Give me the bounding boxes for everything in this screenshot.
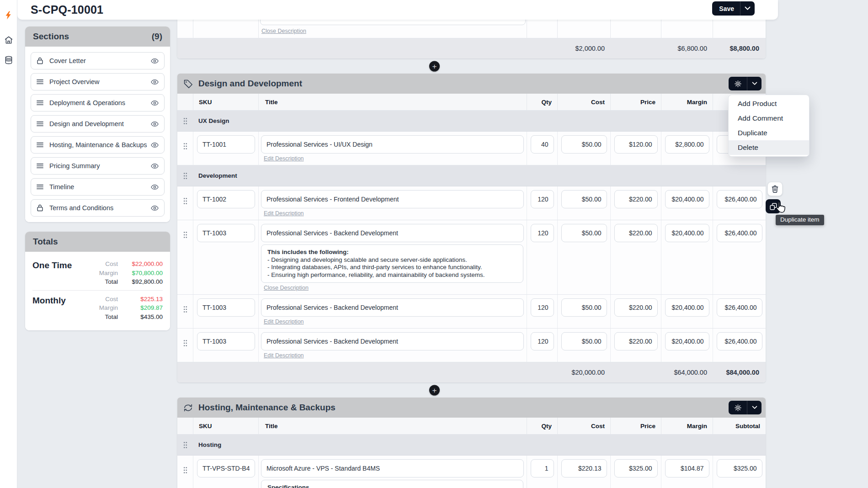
sku-input[interactable]	[197, 190, 255, 208]
eye-icon[interactable]	[151, 205, 159, 211]
save-button[interactable]: Save	[712, 1, 755, 16]
menu-item-add-comment[interactable]: Add Comment	[729, 111, 809, 126]
drag-handle-icon[interactable]	[183, 441, 187, 449]
section-menu-button[interactable]	[729, 77, 761, 90]
totals-row: Cost$225.13	[99, 295, 163, 304]
add-section-row: +	[177, 58, 766, 74]
save-label[interactable]: Save	[712, 5, 740, 12]
sidebar-item-pricing-summary[interactable]: Pricing Summary	[31, 157, 165, 175]
eye-icon[interactable]	[151, 163, 159, 169]
totals-row: Margin$70,800.00	[99, 269, 163, 278]
chevron-down-icon[interactable]	[747, 82, 761, 85]
price-input[interactable]	[614, 459, 658, 477]
cost-input[interactable]	[561, 332, 607, 350]
drag-handle-icon[interactable]	[183, 143, 187, 165]
drag-handle-icon[interactable]	[183, 197, 187, 220]
margin-input[interactable]	[665, 190, 709, 208]
qty-input[interactable]	[531, 190, 554, 208]
subtotal-input[interactable]	[717, 190, 762, 208]
title-input[interactable]	[261, 332, 524, 350]
bolt-icon[interactable]	[4, 10, 14, 20]
price-input[interactable]	[614, 332, 658, 350]
eye-icon[interactable]	[151, 58, 159, 64]
menu-item-duplicate[interactable]: Duplicate	[729, 126, 809, 140]
sidebar-item-terms-and-conditions[interactable]: Terms and Conditions	[31, 199, 165, 217]
qty-input[interactable]	[531, 332, 554, 350]
sidebar-item-project-overview[interactable]: Project Overview	[31, 73, 165, 90]
subtotal-input[interactable]	[717, 459, 762, 477]
sku-input[interactable]	[197, 135, 255, 154]
menu-item-add-product[interactable]: Add Product	[729, 96, 809, 111]
sidebar-item-design-and-development[interactable]: Design and Development	[31, 115, 165, 133]
sku-input[interactable]	[197, 224, 255, 242]
subtotal-input[interactable]	[717, 298, 762, 317]
gear-icon[interactable]	[729, 80, 747, 87]
cost-input[interactable]	[561, 135, 607, 154]
eye-icon[interactable]	[151, 121, 159, 127]
qty-input[interactable]	[531, 224, 554, 242]
close-description-link[interactable]: Close Description	[261, 28, 306, 35]
title-input[interactable]	[261, 190, 524, 208]
cost-input[interactable]	[561, 190, 607, 208]
margin-input[interactable]	[665, 459, 709, 477]
eye-icon[interactable]	[151, 100, 159, 106]
sku-input[interactable]	[197, 332, 255, 350]
title-input[interactable]	[261, 459, 524, 477]
subtotal-input[interactable]	[717, 332, 762, 350]
gear-icon[interactable]	[729, 404, 747, 411]
margin-input[interactable]	[665, 298, 709, 317]
sidebar-item-deployment-operations[interactable]: Deployment & Operations	[31, 94, 165, 111]
section-total-margin: $6,800.00	[661, 45, 713, 52]
drag-handle-icon[interactable]	[183, 172, 187, 180]
qty-input[interactable]	[531, 298, 554, 317]
subsection-label: Hosting	[193, 441, 221, 448]
title-cell: This includes the following:- Designing …	[258, 220, 527, 294]
price-input[interactable]	[614, 135, 658, 154]
margin-input[interactable]	[665, 332, 709, 350]
drag-handle-icon[interactable]	[183, 231, 187, 294]
chevron-down-icon[interactable]	[740, 6, 755, 11]
eye-icon[interactable]	[151, 184, 159, 190]
drag-handle-icon[interactable]	[183, 339, 187, 362]
sku-input[interactable]	[197, 459, 255, 477]
duplicate-row-button[interactable]	[766, 199, 781, 213]
title-input[interactable]	[261, 298, 524, 317]
add-section-button[interactable]: +	[429, 61, 440, 71]
margin-input[interactable]	[665, 135, 709, 154]
sidebar-item-cover-letter[interactable]: Cover Letter	[31, 52, 165, 69]
edit-description-link[interactable]: Edit Description	[264, 318, 527, 325]
sku-input[interactable]	[197, 298, 255, 317]
add-section-button[interactable]: +	[429, 385, 440, 395]
chevron-down-icon[interactable]	[747, 406, 761, 409]
eye-icon[interactable]	[151, 79, 159, 85]
edit-description-link[interactable]: Edit Description	[264, 155, 527, 162]
subtotal-input[interactable]	[717, 224, 762, 242]
sidebar-item-hosting-maintenance-backups[interactable]: Hosting, Maintenance & Backups	[31, 136, 165, 154]
margin-input[interactable]	[665, 224, 709, 242]
description-box: Specifications- 4x vCPU (Intel Xeon)- 16…	[261, 480, 523, 488]
title-input[interactable]	[261, 135, 524, 154]
price-input[interactable]	[614, 298, 658, 317]
cost-input[interactable]	[561, 224, 607, 242]
price-input[interactable]	[614, 190, 658, 208]
cost-input[interactable]	[561, 459, 607, 477]
drag-handle-icon[interactable]	[183, 306, 187, 328]
sidebar-item-timeline[interactable]: Timeline	[31, 178, 165, 196]
cost-input[interactable]	[561, 298, 607, 317]
edit-description-link[interactable]: Edit Description	[264, 352, 527, 359]
qty-input[interactable]	[531, 459, 554, 477]
price-input[interactable]	[614, 224, 658, 242]
section-menu-button[interactable]	[729, 401, 761, 414]
title-input[interactable]	[261, 224, 524, 242]
edit-description-link[interactable]: Edit Description	[264, 210, 527, 217]
delete-row-button[interactable]	[767, 182, 783, 196]
qty-input[interactable]	[531, 135, 554, 154]
close-description-link[interactable]: Close Description	[264, 285, 527, 292]
eye-icon[interactable]	[151, 142, 159, 148]
description-line: - Ensuring high performance, reliability…	[267, 271, 517, 279]
drag-handle-icon[interactable]	[183, 117, 187, 125]
home-icon[interactable]	[4, 35, 14, 45]
database-icon[interactable]	[4, 55, 14, 65]
menu-item-delete[interactable]: Delete	[729, 140, 809, 155]
drag-handle-icon[interactable]	[183, 467, 187, 488]
